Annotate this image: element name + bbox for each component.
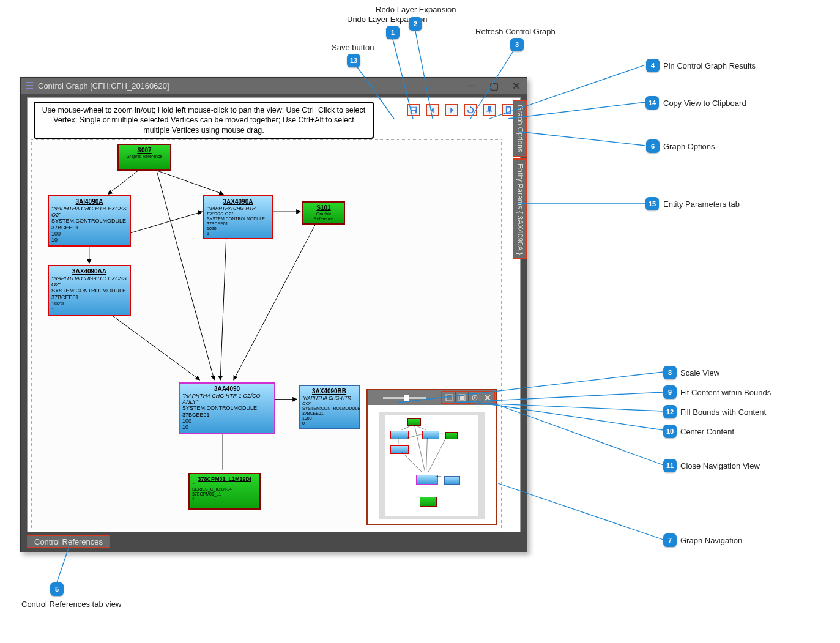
undo-layer-button[interactable] <box>426 104 439 116</box>
callout-badge-8: 8 <box>663 366 677 379</box>
node-desc: "NAPHTHA CHG-HTR CO" <box>302 395 356 406</box>
graph-canvas[interactable]: S007 Graphic Reference 3AI4090A "NAPHTHA… <box>31 139 502 529</box>
node-line: 37BCEE01 <box>51 294 127 300</box>
titlebar[interactable]: Control Graph [CFH:CFH_20160620] ─ ▢ ✕ <box>21 78 527 94</box>
node-sys: SYSTEM:CONTROLMODULE <box>51 218 127 224</box>
node-line: 1 <box>51 307 127 313</box>
node-desc: "NAPHTHA CHG-HTR EXCSS O2" <box>51 206 127 218</box>
window-title: Control Graph [CFH:CFH_20160620] <box>38 81 169 91</box>
refresh-button[interactable] <box>464 104 477 116</box>
minimize-button[interactable]: ─ <box>461 78 483 94</box>
node-title: 3AX4090AA <box>51 268 127 275</box>
node-s007[interactable]: S007 Graphic Reference <box>117 144 171 171</box>
node-title: S101 <box>306 204 341 212</box>
callout-label-13: Save button <box>332 43 374 52</box>
callout-label-14: Copy View to Clipboard <box>663 98 746 108</box>
svg-rect-17 <box>26 88 33 89</box>
fit-content-button[interactable] <box>442 392 455 403</box>
svg-line-44 <box>415 425 425 472</box>
svg-rect-16 <box>26 85 33 86</box>
callout-label-3: Refresh Control Graph <box>475 27 556 36</box>
svg-line-23 <box>108 171 139 195</box>
node-line: 0 <box>302 421 356 426</box>
node-line: 1 <box>192 497 257 502</box>
callout-label-5: Control References tab view <box>21 600 121 609</box>
node-title: 378CPM01_L1M19DI <box>192 476 257 482</box>
tab-entity-params[interactable]: Entity Params { 3AX4090A } <box>513 158 527 259</box>
callout-label-9: Fit Content within Bounds <box>680 388 771 397</box>
node-sys: SYSTEM:CONTROLMODULE <box>51 288 127 294</box>
callout-badge-10: 10 <box>663 425 677 438</box>
callout-label-8: Scale View <box>680 368 719 377</box>
side-tabs: Graph Options Entity Params { 3AX4090A } <box>513 100 527 261</box>
node-s101[interactable]: S101 Graphic Reference <box>302 201 345 225</box>
node-line: 37BCEE01 <box>182 412 272 418</box>
nav-panel <box>366 389 497 525</box>
node-3aa4090[interactable]: 3AA4090 "NAPHTHA CHG HTR 1 O2/CO ANLY" S… <box>179 382 275 434</box>
svg-rect-36 <box>460 396 464 400</box>
svg-line-30 <box>220 234 226 380</box>
redo-layer-button[interactable] <box>445 104 458 116</box>
node-desc: "NAPHTHA CHG-HTR EXCSS O2" <box>207 206 269 217</box>
callout-badge-7: 7 <box>663 533 677 547</box>
svg-rect-15 <box>26 82 33 83</box>
callout-label-11: Close Navigation View <box>680 461 760 470</box>
close-nav-button[interactable] <box>481 392 494 403</box>
instruction-text: Use mouse-wheel to zoom in/out; Hold lef… <box>34 102 374 139</box>
svg-line-25 <box>130 212 202 233</box>
svg-line-5 <box>518 132 645 146</box>
tab-control-references[interactable]: Control References <box>27 535 110 548</box>
svg-line-24 <box>157 171 223 195</box>
node-desc: "" <box>192 482 257 487</box>
callout-label-10: Center Content <box>680 427 734 436</box>
svg-rect-20 <box>412 111 415 113</box>
node-378cpm01[interactable]: 378CPM01_L1M19DI "" SERIES_C_IO:DI-24 37… <box>188 473 261 510</box>
node-sub: Graphic Reference <box>121 154 168 159</box>
node-line: 1020 <box>51 300 127 307</box>
pin-button[interactable] <box>483 104 496 116</box>
tab-graph-options[interactable]: Graph Options <box>513 100 527 157</box>
node-line: 10 <box>182 424 272 430</box>
center-content-button[interactable] <box>468 392 481 403</box>
save-button[interactable] <box>407 104 420 116</box>
svg-line-42 <box>407 434 423 438</box>
callout-badge-2: 2 <box>409 17 422 31</box>
svg-line-45 <box>402 452 422 472</box>
callout-badge-9: 9 <box>663 385 677 399</box>
maximize-button[interactable]: ▢ <box>483 78 505 94</box>
app-icon <box>24 81 34 91</box>
node-line: 100 <box>182 418 272 424</box>
svg-line-4 <box>508 102 645 119</box>
control-graph-window: Control Graph [CFH:CFH_20160620] ─ ▢ ✕ U… <box>20 77 527 552</box>
callout-badge-13: 13 <box>347 54 360 67</box>
node-title: 3AX4090BB <box>302 388 356 395</box>
node-3ai4090a[interactable]: 3AI4090A "NAPHTHA CHG-HTR EXCSS O2" SYST… <box>48 195 131 247</box>
callout-badge-1: 1 <box>386 26 400 39</box>
callout-badge-15: 15 <box>645 197 659 210</box>
callout-badge-3: 3 <box>510 38 524 51</box>
callout-badge-12: 12 <box>663 405 677 418</box>
callout-label-2: Redo Layer Expansion <box>376 5 456 14</box>
node-3ax4090a[interactable]: 3AX4090A "NAPHTHA CHG-HTR EXCSS O2" SYST… <box>203 195 273 239</box>
node-sys: SYSTEM:CONTROLMODULE <box>302 406 356 411</box>
svg-rect-21 <box>507 107 511 114</box>
svg-line-31 <box>234 225 315 380</box>
close-button[interactable]: ✕ <box>505 78 527 94</box>
node-title: 3AA4090 <box>182 385 272 393</box>
node-sys: SYSTEM:CONTROLMODULE <box>182 405 272 411</box>
svg-rect-22 <box>507 106 510 108</box>
node-line: 1000 <box>302 416 356 421</box>
node-sys: SERIES_C_IO:DI-24 <box>192 487 257 492</box>
node-3ax4090aa[interactable]: 3AX4090AA "NAPHTHA CHG-HTR EXCSS O2" SYS… <box>48 265 131 316</box>
callout-badge-4: 4 <box>646 59 660 72</box>
scale-slider[interactable] <box>368 397 441 399</box>
callout-label-7: Graph Navigation <box>680 536 742 545</box>
callout-label-15: Entity Parameters tab <box>663 199 740 209</box>
node-3ax4090bb[interactable]: 3AX4090BB "NAPHTHA CHG-HTR CO" SYSTEM:CO… <box>299 385 360 429</box>
svg-line-40 <box>415 425 426 430</box>
callout-label-12: Fill Bounds with Content <box>680 407 766 417</box>
node-title: 3AI4090A <box>51 198 127 206</box>
nav-minimap[interactable] <box>379 412 485 519</box>
svg-line-39 <box>402 425 412 430</box>
fill-bounds-button[interactable] <box>455 392 468 403</box>
